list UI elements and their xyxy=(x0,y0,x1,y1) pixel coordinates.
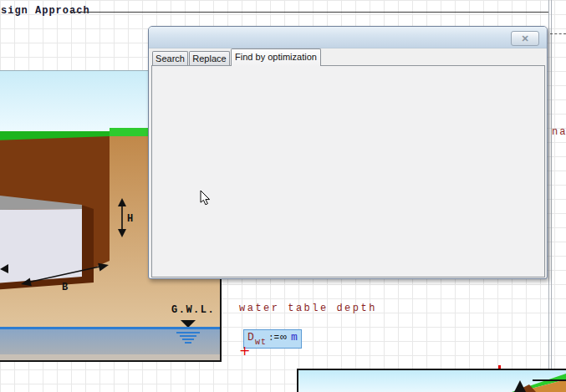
math-assign-operator: := xyxy=(268,333,279,343)
page-margin-line xyxy=(548,0,549,392)
water-ripple-line xyxy=(176,332,200,333)
tab-replace[interactable]: Replace xyxy=(189,51,230,65)
tab-search[interactable]: Search xyxy=(152,51,188,65)
area-divider-line xyxy=(70,12,548,13)
math-subscript: wt xyxy=(255,338,267,347)
worksheet-crosshair-cursor-icon: + xyxy=(239,344,250,358)
water-ripple-line xyxy=(182,339,194,340)
find-dialog: ✕ Search Replace Find by optimization Op… xyxy=(148,26,548,279)
water-ripple-line xyxy=(185,342,191,344)
math-region-dwt[interactable]: D wt := ∞ m xyxy=(243,329,302,349)
close-icon[interactable]: ✕ xyxy=(511,31,539,46)
math-value: ∞ xyxy=(280,331,287,344)
gwl-label: G.W.L. xyxy=(171,304,215,316)
water-table-depth-text[interactable]: water table depth xyxy=(239,303,377,314)
worksheet-heading-text[interactable]: sign Approach xyxy=(1,5,90,17)
dialog-titlebar[interactable] xyxy=(149,27,547,48)
water-table-line xyxy=(0,327,222,329)
dashed-divider-line xyxy=(550,33,566,34)
slope-diagram-image[interactable] xyxy=(297,369,566,392)
water-ripple-line xyxy=(180,335,196,337)
mouse-cursor-icon xyxy=(200,190,211,206)
h-dimension-label: H xyxy=(127,213,133,225)
math-variable: D xyxy=(247,331,254,344)
tab-page xyxy=(151,65,545,277)
h-arrow-line xyxy=(121,206,123,229)
image-border-bottom xyxy=(0,360,222,362)
tab-find-by-optimization[interactable]: Find by optimization xyxy=(231,48,321,66)
page-margin-line xyxy=(551,0,552,392)
footing-front-face xyxy=(0,209,82,283)
image-bottom-strip xyxy=(0,354,222,360)
worksheet-canvas: { "worksheet": { "heading": "sign Approa… xyxy=(0,0,566,392)
dimension-line xyxy=(533,379,566,381)
clipped-worksheet-text[interactable]: na xyxy=(552,126,566,138)
b-dimension-label: B xyxy=(62,282,68,293)
slope-diagram-drawing xyxy=(298,370,566,392)
math-unit: m xyxy=(291,331,298,344)
